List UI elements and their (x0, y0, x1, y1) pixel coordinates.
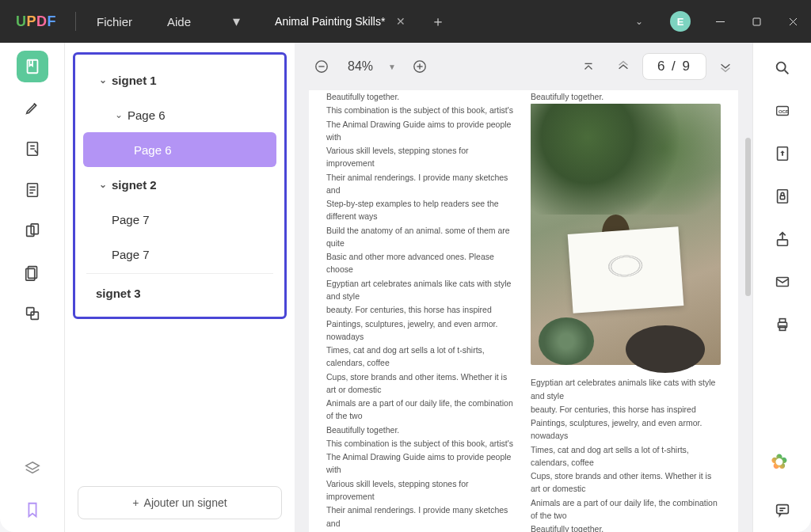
plus-icon: + (132, 496, 139, 509)
app-logo: UPDF (0, 13, 72, 30)
divider (86, 273, 273, 274)
zoom-out-button[interactable] (306, 51, 337, 82)
user-avatar[interactable]: E (670, 11, 691, 32)
bookmark-signet-1[interactable]: ⌄signet 1 (78, 63, 281, 97)
zoom-dropdown-icon[interactable]: ▼ (383, 63, 401, 71)
text-column-right: Beautifully together. Egyptian art celeb… (531, 90, 721, 518)
updf-flower-icon[interactable] (771, 450, 794, 473)
add-bookmark-button[interactable]: +Ajouter un signet (78, 486, 282, 519)
prev-page-button[interactable] (607, 51, 639, 82)
svg-rect-30 (779, 326, 785, 331)
comment-icon[interactable] (768, 496, 797, 524)
bookmarks-sidebar: ⌄signet 1 ⌄Page 6 Page 6 ⌄signet 2 Page … (65, 43, 295, 532)
svg-rect-8 (31, 224, 38, 234)
zoom-in-button[interactable] (404, 51, 436, 82)
bookmark-tree: ⌄signet 1 ⌄Page 6 Page 6 ⌄signet 2 Page … (73, 52, 287, 319)
svg-rect-26 (777, 240, 787, 245)
minimize-button[interactable] (702, 0, 738, 43)
svg-point-19 (776, 63, 785, 71)
page-scroll-area[interactable]: Beautifully together.This combination is… (295, 90, 752, 532)
svg-text:OCR: OCR (778, 109, 789, 114)
svg-rect-1 (753, 18, 760, 25)
zoom-value[interactable]: 84% (341, 59, 380, 74)
text-column-left: Beautifully together.This combination is… (326, 90, 515, 518)
form-icon[interactable] (17, 174, 48, 206)
svg-rect-7 (26, 226, 33, 237)
left-tool-rail (0, 43, 65, 532)
organize-pages-icon[interactable] (17, 215, 48, 247)
chevron-down-icon[interactable]: ⌄ (96, 179, 110, 190)
embedded-photo (531, 104, 721, 365)
chevron-down-icon[interactable]: ⌄ (112, 109, 126, 120)
svg-rect-31 (776, 505, 788, 514)
bookmark-signet-3[interactable]: signet 3 (78, 276, 281, 310)
new-tab-button[interactable]: ＋ (417, 0, 459, 43)
menu-help[interactable]: Aide (150, 0, 208, 43)
next-page-button[interactable] (710, 51, 741, 82)
titlebar: UPDF Fichier Aide ▾ Animal Painting Skil… (0, 0, 811, 43)
svg-line-20 (784, 70, 788, 74)
first-page-button[interactable] (573, 51, 604, 82)
bookmark-ribbon-icon[interactable] (17, 494, 48, 526)
divider (75, 12, 76, 31)
email-icon[interactable] (768, 268, 797, 296)
menu-file[interactable]: Fichier (79, 0, 150, 43)
page-number-input[interactable]: 6 / 9 (642, 53, 706, 80)
protect-icon[interactable] (768, 182, 797, 211)
maximize-button[interactable] (738, 0, 775, 43)
tab-active[interactable]: Animal Painting Skills* ✕ (257, 0, 417, 43)
svg-rect-11 (26, 308, 33, 315)
bookmark-page-7b[interactable]: Page 7 (78, 237, 281, 272)
tab-title: Animal Painting Skills* (275, 15, 385, 28)
right-tool-rail: OCR (752, 43, 811, 532)
close-window-button[interactable] (775, 0, 811, 43)
bookmark-page-6-parent[interactable]: ⌄Page 6 (78, 97, 281, 132)
pdf-page: Beautifully together.This combination is… (309, 90, 738, 532)
bookmark-page-6-selected[interactable]: Page 6 (83, 132, 276, 167)
edit-page-icon[interactable] (17, 133, 48, 165)
search-icon[interactable] (768, 54, 797, 82)
bookmarks-panel-icon[interactable] (17, 51, 48, 82)
svg-rect-29 (779, 319, 785, 323)
document-viewport: 84% ▼ 6 / 9 Beautifully together.This co… (295, 43, 752, 532)
tab-overflow-icon[interactable]: ⌄ (619, 16, 659, 27)
print-icon[interactable] (768, 310, 797, 339)
chevron-down-icon[interactable]: ⌄ (96, 74, 110, 86)
crop-icon[interactable] (17, 256, 48, 288)
share-icon[interactable] (768, 225, 797, 253)
scrollbar[interactable] (745, 138, 751, 296)
tab-prev-placeholder[interactable]: ▾ (215, 0, 257, 43)
svg-rect-24 (777, 190, 787, 203)
svg-rect-25 (780, 196, 785, 200)
compare-icon[interactable] (17, 298, 48, 329)
view-toolbar: 84% ▼ 6 / 9 (295, 43, 752, 90)
bookmark-signet-2[interactable]: ⌄signet 2 (78, 167, 281, 202)
svg-rect-12 (31, 312, 38, 319)
bookmark-page-7a[interactable]: Page 7 (78, 202, 281, 237)
layers-icon[interactable] (17, 453, 48, 484)
highlighter-icon[interactable] (17, 92, 48, 124)
export-icon[interactable] (768, 139, 797, 168)
ocr-icon[interactable]: OCR (768, 97, 797, 125)
close-tab-icon[interactable]: ✕ (396, 15, 406, 28)
